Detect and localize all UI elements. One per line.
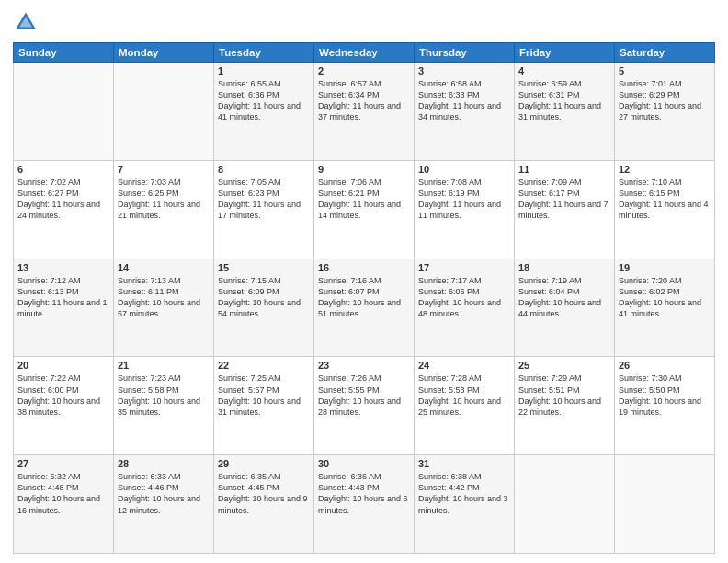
day-info: Sunrise: 6:58 AM Sunset: 6:33 PM Dayligh… xyxy=(418,78,510,123)
calendar-cell: 20Sunrise: 7:22 AM Sunset: 6:00 PM Dayli… xyxy=(14,357,114,455)
calendar-cell: 18Sunrise: 7:19 AM Sunset: 6:04 PM Dayli… xyxy=(515,259,615,357)
calendar-week-row: 6Sunrise: 7:02 AM Sunset: 6:27 PM Daylig… xyxy=(14,160,715,259)
day-number: 6 xyxy=(17,164,109,175)
day-info: Sunrise: 7:25 AM Sunset: 5:57 PM Dayligh… xyxy=(218,373,310,418)
day-number: 31 xyxy=(418,458,510,469)
calendar-cell: 7Sunrise: 7:03 AM Sunset: 6:25 PM Daylig… xyxy=(114,160,214,259)
day-number: 25 xyxy=(518,360,610,371)
calendar-cell: 6Sunrise: 7:02 AM Sunset: 6:27 PM Daylig… xyxy=(14,160,114,259)
day-info: Sunrise: 7:13 AM Sunset: 6:11 PM Dayligh… xyxy=(118,275,210,320)
day-number: 28 xyxy=(118,458,210,469)
calendar-cell: 3Sunrise: 6:58 AM Sunset: 6:33 PM Daylig… xyxy=(415,63,515,161)
calendar-cell: 26Sunrise: 7:30 AM Sunset: 5:50 PM Dayli… xyxy=(615,357,715,455)
calendar-cell: 12Sunrise: 7:10 AM Sunset: 6:15 PM Dayli… xyxy=(615,160,715,259)
day-info: Sunrise: 6:33 AM Sunset: 4:46 PM Dayligh… xyxy=(118,471,210,516)
day-number: 10 xyxy=(418,164,510,175)
header-friday: Friday xyxy=(515,43,615,63)
header-monday: Monday xyxy=(114,43,214,63)
calendar-cell xyxy=(515,455,615,554)
day-number: 24 xyxy=(418,360,510,371)
header-wednesday: Wednesday xyxy=(314,43,415,63)
header-tuesday: Tuesday xyxy=(214,43,314,63)
header-sunday: Sunday xyxy=(14,43,114,63)
day-number: 14 xyxy=(118,262,210,273)
day-info: Sunrise: 7:01 AM Sunset: 6:29 PM Dayligh… xyxy=(619,78,711,123)
calendar-cell: 2Sunrise: 6:57 AM Sunset: 6:34 PM Daylig… xyxy=(314,63,415,161)
day-info: Sunrise: 6:36 AM Sunset: 4:43 PM Dayligh… xyxy=(318,471,410,516)
day-number: 8 xyxy=(218,164,310,175)
day-info: Sunrise: 7:12 AM Sunset: 6:13 PM Dayligh… xyxy=(17,275,109,320)
calendar-week-row: 27Sunrise: 6:32 AM Sunset: 4:48 PM Dayli… xyxy=(14,455,715,554)
day-info: Sunrise: 6:38 AM Sunset: 4:42 PM Dayligh… xyxy=(418,471,510,516)
calendar-cell xyxy=(14,63,114,161)
day-number: 1 xyxy=(218,65,310,76)
day-info: Sunrise: 7:17 AM Sunset: 6:06 PM Dayligh… xyxy=(418,275,510,320)
calendar-cell: 11Sunrise: 7:09 AM Sunset: 6:17 PM Dayli… xyxy=(515,160,615,259)
day-number: 27 xyxy=(17,458,109,469)
day-info: Sunrise: 7:06 AM Sunset: 6:21 PM Dayligh… xyxy=(318,177,410,222)
calendar-cell: 19Sunrise: 7:20 AM Sunset: 6:02 PM Dayli… xyxy=(615,259,715,357)
calendar-cell: 21Sunrise: 7:23 AM Sunset: 5:58 PM Dayli… xyxy=(114,357,214,455)
day-info: Sunrise: 6:32 AM Sunset: 4:48 PM Dayligh… xyxy=(17,471,109,516)
day-info: Sunrise: 6:35 AM Sunset: 4:45 PM Dayligh… xyxy=(218,471,310,516)
day-number: 7 xyxy=(118,164,210,175)
day-number: 5 xyxy=(619,65,711,76)
calendar-cell: 22Sunrise: 7:25 AM Sunset: 5:57 PM Dayli… xyxy=(214,357,314,455)
day-info: Sunrise: 7:28 AM Sunset: 5:53 PM Dayligh… xyxy=(418,373,510,418)
calendar-cell: 4Sunrise: 6:59 AM Sunset: 6:31 PM Daylig… xyxy=(515,63,615,161)
day-number: 29 xyxy=(218,458,310,469)
day-number: 15 xyxy=(218,262,310,273)
day-info: Sunrise: 7:23 AM Sunset: 5:58 PM Dayligh… xyxy=(118,373,210,418)
day-number: 16 xyxy=(318,262,410,273)
day-number: 19 xyxy=(619,262,711,273)
calendar-cell: 1Sunrise: 6:55 AM Sunset: 6:36 PM Daylig… xyxy=(214,63,314,161)
calendar-header xyxy=(13,9,715,35)
calendar-cell: 16Sunrise: 7:16 AM Sunset: 6:07 PM Dayli… xyxy=(314,259,415,357)
day-number: 21 xyxy=(118,360,210,371)
day-info: Sunrise: 7:03 AM Sunset: 6:25 PM Dayligh… xyxy=(118,177,210,222)
day-info: Sunrise: 7:02 AM Sunset: 6:27 PM Dayligh… xyxy=(17,177,109,222)
day-number: 11 xyxy=(518,164,610,175)
weekday-header-row: Sunday Monday Tuesday Wednesday Thursday… xyxy=(14,43,715,63)
day-number: 3 xyxy=(418,65,510,76)
logo xyxy=(13,9,42,35)
day-info: Sunrise: 6:55 AM Sunset: 6:36 PM Dayligh… xyxy=(218,78,310,123)
day-number: 20 xyxy=(17,360,109,371)
calendar-cell: 30Sunrise: 6:36 AM Sunset: 4:43 PM Dayli… xyxy=(314,455,415,554)
day-number: 23 xyxy=(318,360,410,371)
header-saturday: Saturday xyxy=(615,43,715,63)
day-info: Sunrise: 7:09 AM Sunset: 6:17 PM Dayligh… xyxy=(518,177,610,222)
calendar-cell: 5Sunrise: 7:01 AM Sunset: 6:29 PM Daylig… xyxy=(615,63,715,161)
day-number: 2 xyxy=(318,65,410,76)
day-info: Sunrise: 6:59 AM Sunset: 6:31 PM Dayligh… xyxy=(518,78,610,123)
calendar-week-row: 20Sunrise: 7:22 AM Sunset: 6:00 PM Dayli… xyxy=(14,357,715,455)
day-number: 12 xyxy=(619,164,711,175)
day-info: Sunrise: 7:19 AM Sunset: 6:04 PM Dayligh… xyxy=(518,275,610,320)
day-info: Sunrise: 7:16 AM Sunset: 6:07 PM Dayligh… xyxy=(318,275,410,320)
day-number: 9 xyxy=(318,164,410,175)
day-info: Sunrise: 7:08 AM Sunset: 6:19 PM Dayligh… xyxy=(418,177,510,222)
day-info: Sunrise: 7:30 AM Sunset: 5:50 PM Dayligh… xyxy=(619,373,711,418)
calendar-week-row: 1Sunrise: 6:55 AM Sunset: 6:36 PM Daylig… xyxy=(14,63,715,161)
calendar-cell xyxy=(114,63,214,161)
calendar-cell: 15Sunrise: 7:15 AM Sunset: 6:09 PM Dayli… xyxy=(214,259,314,357)
calendar-cell: 23Sunrise: 7:26 AM Sunset: 5:55 PM Dayli… xyxy=(314,357,415,455)
day-info: Sunrise: 7:10 AM Sunset: 6:15 PM Dayligh… xyxy=(619,177,711,222)
calendar-cell: 25Sunrise: 7:29 AM Sunset: 5:51 PM Dayli… xyxy=(515,357,615,455)
calendar-cell: 29Sunrise: 6:35 AM Sunset: 4:45 PM Dayli… xyxy=(214,455,314,554)
day-number: 18 xyxy=(518,262,610,273)
calendar-cell: 10Sunrise: 7:08 AM Sunset: 6:19 PM Dayli… xyxy=(415,160,515,259)
calendar-cell: 28Sunrise: 6:33 AM Sunset: 4:46 PM Dayli… xyxy=(114,455,214,554)
calendar-week-row: 13Sunrise: 7:12 AM Sunset: 6:13 PM Dayli… xyxy=(14,259,715,357)
day-info: Sunrise: 7:22 AM Sunset: 6:00 PM Dayligh… xyxy=(17,373,109,418)
day-number: 17 xyxy=(418,262,510,273)
calendar-cell: 31Sunrise: 6:38 AM Sunset: 4:42 PM Dayli… xyxy=(415,455,515,554)
day-info: Sunrise: 7:29 AM Sunset: 5:51 PM Dayligh… xyxy=(518,373,610,418)
calendar-table: Sunday Monday Tuesday Wednesday Thursday… xyxy=(13,42,715,554)
day-number: 30 xyxy=(318,458,410,469)
calendar-cell: 17Sunrise: 7:17 AM Sunset: 6:06 PM Dayli… xyxy=(415,259,515,357)
day-number: 13 xyxy=(17,262,109,273)
calendar-cell: 14Sunrise: 7:13 AM Sunset: 6:11 PM Dayli… xyxy=(114,259,214,357)
day-info: Sunrise: 7:26 AM Sunset: 5:55 PM Dayligh… xyxy=(318,373,410,418)
day-info: Sunrise: 7:05 AM Sunset: 6:23 PM Dayligh… xyxy=(218,177,310,222)
